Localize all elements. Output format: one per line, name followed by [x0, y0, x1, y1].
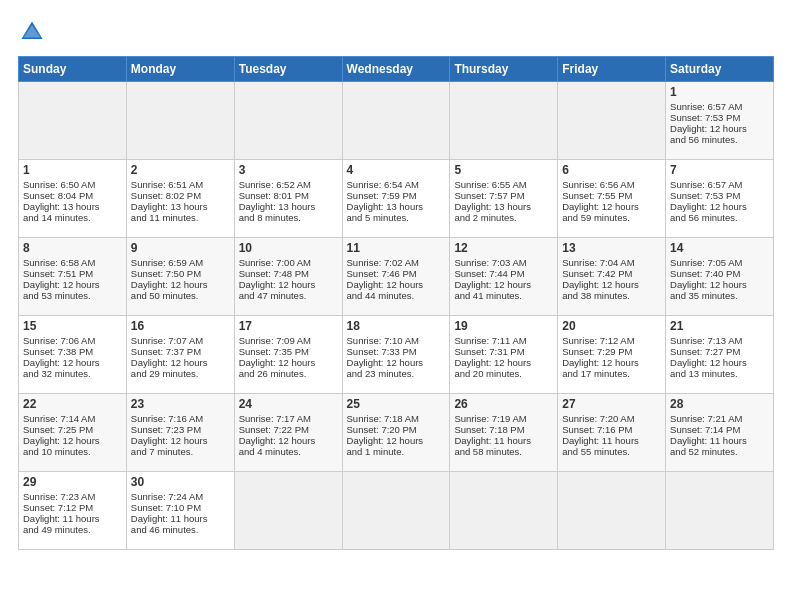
day-info: Sunrise: 6:54 AM	[347, 179, 446, 190]
day-cell	[19, 82, 127, 160]
day-number: 1	[670, 85, 769, 99]
day-info: Daylight: 12 hours	[347, 357, 446, 368]
col-header-tuesday: Tuesday	[234, 57, 342, 82]
day-info: Daylight: 13 hours	[23, 201, 122, 212]
day-info: Sunrise: 7:21 AM	[670, 413, 769, 424]
col-header-thursday: Thursday	[450, 57, 558, 82]
day-info: Sunrise: 6:55 AM	[454, 179, 553, 190]
day-info: Sunset: 7:29 PM	[562, 346, 661, 357]
day-info: and 17 minutes.	[562, 368, 661, 379]
day-info: Sunset: 7:53 PM	[670, 190, 769, 201]
day-info: Daylight: 12 hours	[239, 279, 338, 290]
day-info: and 58 minutes.	[454, 446, 553, 457]
day-info: Sunrise: 6:57 AM	[670, 179, 769, 190]
day-info: Sunset: 8:02 PM	[131, 190, 230, 201]
day-info: Sunrise: 7:05 AM	[670, 257, 769, 268]
day-number: 24	[239, 397, 338, 411]
day-number: 26	[454, 397, 553, 411]
day-info: and 46 minutes.	[131, 524, 230, 535]
day-info: Sunset: 7:20 PM	[347, 424, 446, 435]
calendar-table: SundayMondayTuesdayWednesdayThursdayFrid…	[18, 56, 774, 550]
day-number: 9	[131, 241, 230, 255]
day-cell: 12Sunrise: 7:03 AMSunset: 7:44 PMDayligh…	[450, 238, 558, 316]
day-info: and 7 minutes.	[131, 446, 230, 457]
day-info: Daylight: 12 hours	[670, 279, 769, 290]
week-row-5: 29Sunrise: 7:23 AMSunset: 7:12 PMDayligh…	[19, 472, 774, 550]
day-cell: 5Sunrise: 6:55 AMSunset: 7:57 PMDaylight…	[450, 160, 558, 238]
page-header	[18, 18, 774, 46]
day-info: Sunset: 7:23 PM	[131, 424, 230, 435]
day-info: and 32 minutes.	[23, 368, 122, 379]
day-number: 18	[347, 319, 446, 333]
day-info: Daylight: 13 hours	[131, 201, 230, 212]
day-info: Sunrise: 7:12 AM	[562, 335, 661, 346]
day-number: 17	[239, 319, 338, 333]
week-row-0: 1Sunrise: 6:57 AMSunset: 7:53 PMDaylight…	[19, 82, 774, 160]
day-cell: 20Sunrise: 7:12 AMSunset: 7:29 PMDayligh…	[558, 316, 666, 394]
day-cell: 8Sunrise: 6:58 AMSunset: 7:51 PMDaylight…	[19, 238, 127, 316]
day-info: Sunset: 7:18 PM	[454, 424, 553, 435]
day-number: 8	[23, 241, 122, 255]
day-info: Sunrise: 7:24 AM	[131, 491, 230, 502]
day-cell: 1Sunrise: 6:50 AMSunset: 8:04 PMDaylight…	[19, 160, 127, 238]
day-info: Daylight: 12 hours	[131, 435, 230, 446]
day-cell	[558, 472, 666, 550]
day-info: Daylight: 12 hours	[562, 279, 661, 290]
day-info: Sunrise: 7:13 AM	[670, 335, 769, 346]
day-info: Sunrise: 6:59 AM	[131, 257, 230, 268]
day-info: Sunrise: 6:51 AM	[131, 179, 230, 190]
day-cell	[666, 472, 774, 550]
day-info: Daylight: 11 hours	[454, 435, 553, 446]
day-number: 5	[454, 163, 553, 177]
day-number: 4	[347, 163, 446, 177]
day-cell: 14Sunrise: 7:05 AMSunset: 7:40 PMDayligh…	[666, 238, 774, 316]
day-info: Daylight: 11 hours	[562, 435, 661, 446]
day-info: Daylight: 12 hours	[562, 201, 661, 212]
day-info: Daylight: 13 hours	[347, 201, 446, 212]
day-number: 29	[23, 475, 122, 489]
day-info: and 38 minutes.	[562, 290, 661, 301]
week-row-3: 15Sunrise: 7:06 AMSunset: 7:38 PMDayligh…	[19, 316, 774, 394]
day-number: 1	[23, 163, 122, 177]
day-info: Daylight: 12 hours	[23, 279, 122, 290]
day-info: Sunset: 7:53 PM	[670, 112, 769, 123]
day-number: 15	[23, 319, 122, 333]
day-info: and 1 minute.	[347, 446, 446, 457]
day-info: Daylight: 12 hours	[131, 279, 230, 290]
day-info: Sunrise: 7:06 AM	[23, 335, 122, 346]
day-info: and 47 minutes.	[239, 290, 338, 301]
day-info: Daylight: 12 hours	[23, 357, 122, 368]
day-info: Daylight: 13 hours	[454, 201, 553, 212]
day-info: Sunset: 7:48 PM	[239, 268, 338, 279]
day-cell	[234, 472, 342, 550]
col-header-saturday: Saturday	[666, 57, 774, 82]
day-info: Sunrise: 6:57 AM	[670, 101, 769, 112]
day-number: 20	[562, 319, 661, 333]
day-cell	[450, 472, 558, 550]
day-cell: 21Sunrise: 7:13 AMSunset: 7:27 PMDayligh…	[666, 316, 774, 394]
day-info: Sunset: 7:50 PM	[131, 268, 230, 279]
day-info: Daylight: 12 hours	[347, 435, 446, 446]
col-header-monday: Monday	[126, 57, 234, 82]
day-cell: 23Sunrise: 7:16 AMSunset: 7:23 PMDayligh…	[126, 394, 234, 472]
day-info: Sunrise: 7:00 AM	[239, 257, 338, 268]
day-info: Sunrise: 7:04 AM	[562, 257, 661, 268]
day-number: 3	[239, 163, 338, 177]
day-number: 23	[131, 397, 230, 411]
day-info: and 26 minutes.	[239, 368, 338, 379]
day-info: Daylight: 12 hours	[23, 435, 122, 446]
day-info: Sunrise: 7:20 AM	[562, 413, 661, 424]
day-info: Daylight: 12 hours	[670, 123, 769, 134]
day-info: Daylight: 12 hours	[347, 279, 446, 290]
day-info: and 10 minutes.	[23, 446, 122, 457]
day-number: 16	[131, 319, 230, 333]
day-number: 7	[670, 163, 769, 177]
day-number: 27	[562, 397, 661, 411]
day-info: and 44 minutes.	[347, 290, 446, 301]
day-info: Sunrise: 6:50 AM	[23, 179, 122, 190]
day-info: and 56 minutes.	[670, 134, 769, 145]
day-cell: 9Sunrise: 6:59 AMSunset: 7:50 PMDaylight…	[126, 238, 234, 316]
day-info: Sunset: 7:16 PM	[562, 424, 661, 435]
day-cell: 6Sunrise: 6:56 AMSunset: 7:55 PMDaylight…	[558, 160, 666, 238]
day-info: Sunrise: 7:23 AM	[23, 491, 122, 502]
